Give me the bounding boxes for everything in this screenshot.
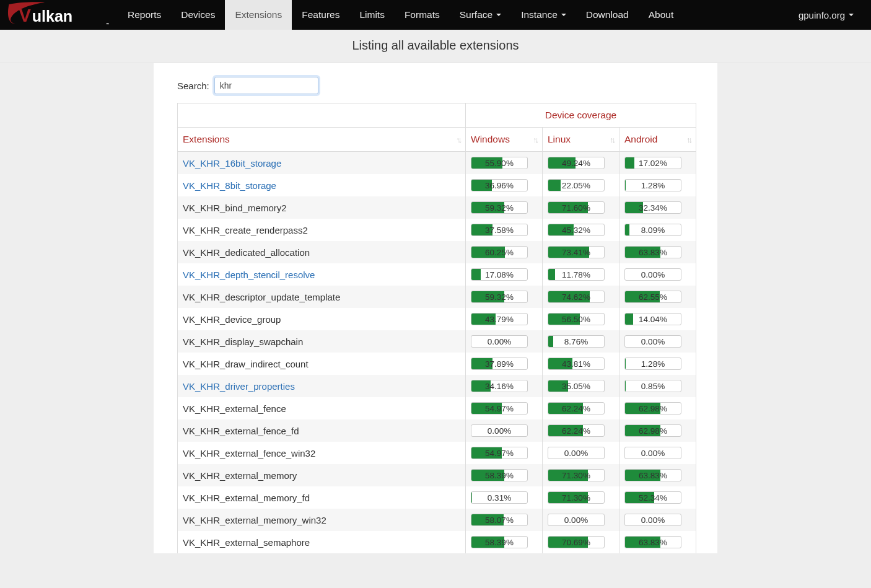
- nav-about[interactable]: About: [639, 0, 684, 30]
- extension-name[interactable]: VK_KHR_16bit_storage: [183, 158, 281, 169]
- table-row: VK_KHR_bind_memory259.32%71.60%32.34%: [178, 196, 696, 219]
- progress-value: 34.16%: [471, 380, 527, 392]
- search-input[interactable]: [214, 77, 318, 94]
- extension-name[interactable]: VK_KHR_driver_properties: [183, 381, 295, 392]
- progress-value: 11.78%: [548, 269, 604, 280]
- progress-value: 36.96%: [471, 180, 527, 191]
- extension-name: VK_KHR_device_group: [183, 314, 281, 325]
- coverage-cell: 1.28%: [619, 174, 696, 196]
- table-row: VK_KHR_external_memory58.39%71.30%63.83%: [178, 464, 696, 486]
- progress-value: 54.97%: [471, 403, 527, 414]
- vulkan-logo[interactable]: V ulkan ™: [0, 0, 118, 30]
- progress-value: 8.09%: [625, 224, 681, 235]
- coverage-cell: 62.98%: [619, 419, 696, 442]
- extension-name: VK_KHR_external_fence: [183, 403, 286, 414]
- coverage-cell: 63.83%: [619, 464, 696, 486]
- progress-bar: 71.60%: [548, 201, 605, 214]
- progress-value: 49.24%: [548, 157, 604, 169]
- coverage-cell: 54.97%: [466, 442, 543, 464]
- progress-value: 17.02%: [625, 157, 681, 169]
- progress-bar: 11.78%: [548, 268, 605, 281]
- nav-instance[interactable]: Instance: [511, 0, 576, 30]
- progress-value: 73.41%: [548, 247, 604, 258]
- progress-bar: 0.00%: [548, 514, 605, 526]
- progress-value: 59.32%: [471, 291, 527, 302]
- table-row: VK_KHR_descriptor_update_template59.32%7…: [178, 286, 696, 308]
- progress-value: 0.00%: [625, 269, 681, 280]
- progress-bar: 63.83%: [624, 469, 681, 481]
- progress-bar: 43.79%: [471, 313, 528, 325]
- svg-text:™: ™: [106, 22, 110, 26]
- coverage-cell: 0.00%: [543, 442, 619, 464]
- progress-bar: 49.24%: [548, 157, 605, 169]
- progress-bar: 62.24%: [548, 424, 605, 437]
- nav-reports[interactable]: Reports: [118, 0, 171, 30]
- coverage-cell: 58.39%: [466, 464, 543, 486]
- progress-bar: 59.32%: [471, 201, 528, 214]
- coverage-cell: 70.69%: [543, 531, 619, 553]
- progress-value: 0.31%: [471, 492, 527, 503]
- progress-bar: 0.00%: [624, 514, 681, 526]
- caret-down-icon: [561, 14, 566, 16]
- coverage-cell: 11.78%: [543, 263, 619, 286]
- progress-bar: 59.32%: [471, 291, 528, 303]
- extension-name: VK_KHR_draw_indirect_count: [183, 359, 309, 369]
- progress-value: 58.07%: [471, 514, 527, 525]
- progress-value: 58.39%: [471, 470, 527, 481]
- nav-formats[interactable]: Formats: [395, 0, 450, 30]
- table-row: VK_KHR_external_fence54.97%62.24%62.98%: [178, 397, 696, 419]
- progress-value: 62.98%: [625, 425, 681, 436]
- progress-bar: 54.97%: [471, 402, 528, 415]
- nav-extensions[interactable]: Extensions: [225, 0, 292, 30]
- header-device-coverage: Device coverage: [466, 103, 696, 128]
- top-navbar: V ulkan ™ ReportsDevicesExtensionsFeatur…: [0, 0, 871, 30]
- progress-bar: 58.39%: [471, 536, 528, 548]
- progress-value: 62.24%: [548, 425, 604, 436]
- table-row: VK_KHR_external_memory_win3258.07%0.00%0…: [178, 509, 696, 531]
- table-row: VK_KHR_display_swapchain0.00%8.76%0.00%: [178, 330, 696, 353]
- header-blank: [178, 103, 466, 128]
- coverage-cell: 14.04%: [619, 308, 696, 330]
- progress-value: 0.00%: [548, 514, 604, 525]
- progress-bar: 62.98%: [624, 402, 681, 415]
- coverage-cell: 22.05%: [543, 174, 619, 196]
- nav-limits[interactable]: Limits: [349, 0, 394, 30]
- progress-value: 0.00%: [471, 425, 527, 436]
- extension-name[interactable]: VK_KHR_depth_stencil_resolve: [183, 270, 315, 280]
- sort-icon: ↑↓: [533, 135, 537, 144]
- coverage-cell: 54.97%: [466, 397, 543, 419]
- coverage-cell: 62.98%: [619, 397, 696, 419]
- extension-name[interactable]: VK_KHR_8bit_storage: [183, 180, 276, 191]
- extension-name: VK_KHR_external_fence_win32: [183, 448, 315, 459]
- nav-features[interactable]: Features: [292, 0, 349, 30]
- table-row: VK_KHR_create_renderpass237.58%45.32%8.0…: [178, 219, 696, 241]
- progress-bar: 54.97%: [471, 447, 528, 459]
- progress-bar: 62.55%: [624, 291, 681, 303]
- nav-download[interactable]: Download: [576, 0, 639, 30]
- progress-value: 52.34%: [625, 492, 681, 503]
- extension-name: VK_KHR_external_memory: [183, 470, 297, 481]
- progress-bar: 63.83%: [624, 246, 681, 258]
- progress-bar: 0.00%: [471, 335, 528, 348]
- extension-name: VK_KHR_external_memory_win32: [183, 515, 326, 525]
- coverage-cell: 52.34%: [619, 486, 696, 509]
- col-windows[interactable]: Windows ↑↓: [466, 128, 543, 152]
- table-row: VK_KHR_8bit_storage36.96%22.05%1.28%: [178, 174, 696, 196]
- progress-bar: 58.07%: [471, 514, 528, 526]
- site-menu[interactable]: gpuinfo.org: [799, 0, 871, 30]
- coverage-cell: 73.41%: [543, 241, 619, 263]
- col-linux[interactable]: Linux ↑↓: [543, 128, 619, 152]
- progress-bar: 34.16%: [471, 380, 528, 392]
- svg-text:ulkan: ulkan: [32, 7, 73, 25]
- table-row: VK_KHR_device_group43.79%56.50%14.04%: [178, 308, 696, 330]
- nav-surface[interactable]: Surface: [450, 0, 511, 30]
- col-android[interactable]: Android ↑↓: [619, 128, 696, 152]
- search-row: Search:: [154, 77, 717, 103]
- coverage-cell: 17.08%: [466, 263, 543, 286]
- progress-bar: 8.76%: [548, 335, 605, 348]
- progress-value: 63.83%: [625, 247, 681, 258]
- col-extensions[interactable]: Extensions ↑↓: [178, 128, 466, 152]
- extension-name: VK_KHR_display_swapchain: [183, 336, 303, 347]
- nav-devices[interactable]: Devices: [171, 0, 225, 30]
- progress-value: 0.00%: [625, 447, 681, 459]
